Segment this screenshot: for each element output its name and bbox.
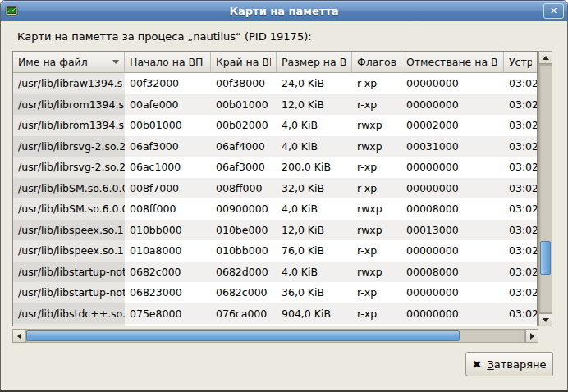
cell-vm-offset: 00000000	[401, 157, 504, 178]
column-header-vm-end[interactable]: Край на ВП	[211, 52, 277, 73]
cell-vm-offset: 00000000	[401, 73, 504, 94]
cell-vm-start: 06823000	[125, 282, 211, 303]
cell-filename: /usr/lib/libstdc++.so.	[13, 303, 125, 325]
column-header-label: Устро	[509, 56, 532, 68]
cell-device: 03:02	[504, 178, 537, 199]
cell-vm-size: 76,0 KiB	[277, 240, 352, 262]
scroll-down-button[interactable]	[538, 313, 552, 326]
cell-flags: rwxp	[352, 262, 401, 283]
cell-flags: r-xp	[352, 157, 401, 178]
table-row[interactable]: /usr/lib/librom1394.s00b0100000b020004,0…	[13, 115, 537, 136]
cell-device: 03:02	[504, 198, 537, 220]
cell-vm-size: 4,0 KiB	[277, 198, 352, 220]
cell-device: 03:02	[504, 73, 537, 94]
memory-maps-table: Име на файлНачало на ВПКрай на ВПРазмер …	[12, 51, 538, 326]
cell-vm-start: 0682c000	[125, 262, 211, 283]
cell-vm-offset: 00008000	[401, 262, 504, 283]
cell-flags: rwxp	[352, 220, 401, 241]
cell-flags: r-xp	[352, 282, 401, 303]
column-header-label: Начало на ВП	[130, 56, 205, 68]
table-row[interactable]: /usr/lib/libSM.so.6.0.0008ff000009000004…	[13, 198, 537, 220]
cell-vm-end: 008ff000	[211, 178, 277, 199]
cell-filename: /usr/lib/librom1394.s	[13, 94, 125, 116]
table-row[interactable]: /usr/lib/libstartup-not068230000682c0003…	[13, 282, 537, 303]
horizontal-scrollbar	[12, 329, 538, 343]
table-row[interactable]: /usr/lib/librsvg-2.so.206af300006af40004…	[13, 136, 537, 157]
titlebar[interactable]: Карти на паметта ✕	[1, 1, 567, 21]
left-arrow-icon	[17, 333, 21, 340]
column-header-device[interactable]: Устро	[504, 52, 537, 73]
scroll-right-button[interactable]	[525, 329, 538, 343]
cell-vm-start: 010a8000	[125, 240, 211, 262]
cell-vm-size: 4,0 KiB	[277, 136, 352, 157]
cell-device: 03:02	[504, 157, 537, 178]
table-empty-area	[13, 324, 537, 326]
cell-vm-end: 076ca000	[211, 303, 277, 325]
cell-flags: rwxp	[352, 198, 401, 220]
table-row[interactable]: /usr/lib/libspeex.so.1010a8000010bb00076…	[13, 240, 537, 262]
table-row[interactable]: /usr/lib/libstartup-not0682c0000682d0004…	[13, 262, 537, 283]
cell-filename	[13, 324, 125, 326]
cell-vm-end: 00b01000	[211, 94, 277, 116]
cell-vm-end: 06af4000	[211, 136, 277, 157]
cell-vm-start: 008ff000	[125, 198, 211, 220]
cell-filename: /usr/lib/librsvg-2.so.2	[13, 136, 125, 157]
cell-filename: /usr/lib/libstartup-not	[13, 262, 125, 283]
cell-vm-end: 010bb000	[211, 240, 277, 262]
horizontal-scrollbar-thumb[interactable]	[26, 330, 460, 341]
cell-filename: /usr/lib/librom1394.s	[13, 115, 125, 136]
table-row[interactable]: /usr/lib/librom1394.s00afe00000b0100012,…	[13, 94, 537, 116]
cell-vm-size: 12,0 KiB	[277, 220, 352, 241]
cell-filename: /usr/lib/libspeex.so.1	[13, 240, 125, 262]
cell-device: 03:02	[504, 94, 537, 116]
sort-descending-icon	[112, 60, 119, 64]
cell-vm-end: 00f38000	[211, 73, 277, 94]
close-icon: ✕	[550, 6, 557, 16]
column-header-flags[interactable]: Флагове	[352, 52, 401, 73]
column-header-vm-offset[interactable]: Отместване на ВП	[401, 52, 504, 73]
table-row[interactable]: /usr/lib/libstdc++.so.075e8000076ca00090…	[13, 303, 537, 325]
cell-device: 03:02	[504, 303, 537, 325]
cell-device: 03:02	[504, 262, 537, 283]
table-row[interactable]: /usr/lib/libspeex.so.1010bb000010be00012…	[13, 220, 537, 241]
close-dialog-button[interactable]: ✖ Затваряне	[465, 352, 553, 376]
cell-filename: /usr/lib/libSM.so.6.0.0	[13, 198, 125, 220]
cell-device: 03:02	[504, 115, 537, 136]
table-row[interactable]: /usr/lib/libSM.so.6.0.0008f7000008ff0003…	[13, 178, 537, 199]
cell-vm-size: 24,0 KiB	[277, 73, 352, 94]
vertical-scrollbar	[538, 51, 552, 326]
cell-vm-end: 010be000	[211, 220, 277, 241]
cell-vm-end: 00b02000	[211, 115, 277, 136]
cell-flags: rwxp	[352, 136, 401, 157]
cell-filename: /usr/lib/libspeex.so.1	[13, 220, 125, 241]
process-info-label: Карти на паметта за процеса „nautilus“ (…	[17, 30, 312, 43]
close-label-mnemonic: З	[487, 358, 493, 371]
table-row[interactable]: /usr/lib/librsvg-2.so.206ac100006af30002…	[13, 157, 537, 178]
vertical-scrollbar-thumb[interactable]	[540, 241, 551, 275]
vertical-scrollbar-track[interactable]	[538, 64, 552, 313]
cell-flags: r-xp	[352, 303, 401, 325]
close-label-rest: атваряне	[494, 358, 547, 371]
cell-vm-offset: 00000000	[401, 178, 504, 199]
cell-flags: r-xp	[352, 240, 401, 262]
column-header-vm-size[interactable]: Размер на ВП	[277, 52, 352, 73]
horizontal-scrollbar-track[interactable]	[25, 329, 525, 343]
cell-vm-offset: 00000000	[401, 240, 504, 262]
scroll-left-button[interactable]	[12, 329, 25, 343]
cell-device: 03:02	[504, 240, 537, 262]
window-close-button[interactable]: ✕	[543, 3, 564, 19]
system-monitor-icon[interactable]	[5, 5, 18, 18]
window-title: Карти на паметта	[1, 5, 567, 17]
cell-vm-end: 00900000	[211, 198, 277, 220]
cell-vm-offset: 00031000	[401, 136, 504, 157]
column-header-filename[interactable]: Име на файл	[13, 52, 125, 73]
cell-filename: /usr/lib/libraw1394.s	[13, 73, 125, 94]
column-header-label: Флагове	[357, 56, 396, 68]
cell-vm-size: 4,0 KiB	[277, 262, 352, 283]
table-row[interactable]: /usr/lib/libraw1394.s00f3200000f3800024,…	[13, 73, 537, 94]
cell-vm-start: 00b01000	[125, 115, 211, 136]
scroll-up-button[interactable]	[538, 51, 552, 64]
column-header-vm-start[interactable]: Начало на ВП	[125, 52, 211, 73]
table-header-row: Име на файлНачало на ВПКрай на ВПРазмер …	[13, 52, 537, 73]
cell-vm-start: 010bb000	[125, 220, 211, 241]
